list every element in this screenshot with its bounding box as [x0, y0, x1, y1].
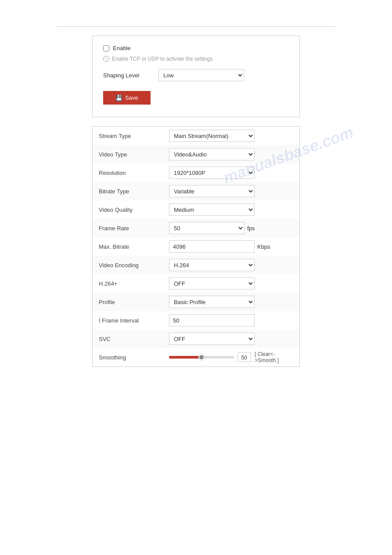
max-bitrate-input[interactable]: [169, 240, 255, 253]
stream-table: Stream TypeMain Stream(Normal)Sub Stream…: [93, 127, 299, 366]
field-value: Main Stream(Normal)Sub StreamThird Strea…: [163, 127, 299, 145]
smoothing-hint: [ Clear<->Smooth ]: [255, 351, 293, 363]
smoothing-value: 50: [237, 352, 252, 362]
enable-checkbox[interactable]: [103, 45, 109, 51]
table-row: Bitrate TypeVariableConstant: [93, 182, 299, 200]
save-label: Save: [125, 94, 138, 101]
field-value: Kbps: [163, 237, 299, 256]
field-value: 50[ Clear<->Smooth ]: [163, 348, 299, 366]
enable-label: Enable: [113, 45, 130, 51]
field-value: OFFON: [163, 274, 299, 293]
stream-select-resolution[interactable]: 1920*1080P1280*720P704*576P: [169, 167, 255, 179]
field-label: I Frame Interval: [93, 311, 163, 330]
frame-rate-select[interactable]: 1234567810121520253050: [169, 222, 245, 234]
iframe-interval-input[interactable]: [169, 314, 255, 326]
field-value: OFFON: [163, 330, 299, 348]
table-row: ProfileBasic ProfileMain ProfileHigh Pro…: [93, 293, 299, 311]
save-icon: 💾: [115, 94, 122, 101]
info-text: Enable TCP or UDP to activate the settin…: [112, 56, 212, 62]
info-icon: i: [103, 56, 109, 62]
shaping-level-select[interactable]: Low Medium High: [158, 69, 244, 81]
enable-row: Enable: [103, 45, 289, 51]
table-row: Smoothing50[ Clear<->Smooth ]: [93, 348, 299, 366]
table-row: H.264+OFFON: [93, 274, 299, 293]
field-value: VariableConstant: [163, 182, 299, 200]
table-row: Video QualityLowestLowerLowMediumHigherH…: [93, 200, 299, 219]
field-label: Bitrate Type: [93, 182, 163, 200]
fps-unit: fps: [247, 225, 255, 232]
field-label: SVC: [93, 330, 163, 348]
field-label: Smoothing: [93, 348, 163, 366]
stream-select-stream-type[interactable]: Main Stream(Normal)Sub StreamThird Strea…: [169, 130, 255, 142]
field-label: H.264+: [93, 274, 163, 293]
field-value: Basic ProfileMain ProfileHigh Profile: [163, 293, 299, 311]
field-value: Video&AudioVideo: [163, 145, 299, 163]
table-row: Max. BitrateKbps: [93, 237, 299, 256]
field-label: Video Quality: [93, 200, 163, 219]
stream-select-video-quality[interactable]: LowestLowerLowMediumHigherHighest: [169, 203, 255, 216]
table-row: Video TypeVideo&AudioVideo: [93, 145, 299, 163]
field-value: 1920*1080P1280*720P704*576P: [163, 163, 299, 182]
stream-settings-box: Stream TypeMain Stream(Normal)Sub Stream…: [92, 126, 300, 367]
table-row: I Frame Interval: [93, 311, 299, 330]
field-label: Video Type: [93, 145, 163, 163]
field-label: Video Encoding: [93, 256, 163, 274]
field-label: Frame Rate: [93, 219, 163, 237]
field-value: H.264H.265MJPEG: [163, 256, 299, 274]
smoothing-slider[interactable]: [169, 356, 234, 359]
stream-select-bitrate-type[interactable]: VariableConstant: [169, 185, 255, 197]
stream-select-video-type[interactable]: Video&AudioVideo: [169, 148, 255, 160]
field-label: Max. Bitrate: [93, 237, 163, 256]
stream-select-profile[interactable]: Basic ProfileMain ProfileHigh Profile: [169, 296, 255, 308]
table-row: Frame Rate1234567810121520253050fps: [93, 219, 299, 237]
top-settings-box: Enable i Enable TCP or UDP to activate t…: [92, 36, 300, 117]
field-label: Profile: [93, 293, 163, 311]
info-row: i Enable TCP or UDP to activate the sett…: [103, 56, 289, 62]
stream-select-video-encoding[interactable]: H.264H.265MJPEG: [169, 259, 255, 271]
table-row: SVCOFFON: [93, 330, 299, 348]
table-row: Video EncodingH.264H.265MJPEG: [93, 256, 299, 274]
shaping-level-label: Shaping Level: [103, 72, 151, 79]
shaping-level-row: Shaping Level Low Medium High: [103, 69, 289, 81]
field-value: 1234567810121520253050fps: [163, 219, 299, 237]
table-row: Stream TypeMain Stream(Normal)Sub Stream…: [93, 127, 299, 145]
field-label: Resolution: [93, 163, 163, 182]
stream-select-h-264-[interactable]: OFFON: [169, 277, 255, 290]
table-row: Resolution1920*1080P1280*720P704*576P: [93, 163, 299, 182]
stream-select-svc[interactable]: OFFON: [169, 333, 255, 345]
field-value: LowestLowerLowMediumHigherHighest: [163, 200, 299, 219]
save-button[interactable]: 💾 Save: [103, 91, 151, 105]
kbps-unit: Kbps: [257, 243, 270, 250]
field-value: [163, 311, 299, 330]
field-label: Stream Type: [93, 127, 163, 145]
